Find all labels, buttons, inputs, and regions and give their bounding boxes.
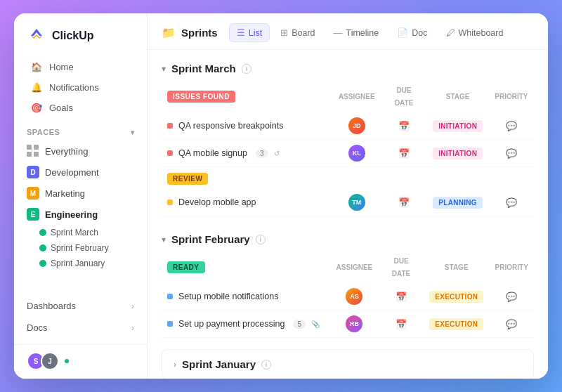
bell-icon: 🔔 (31, 82, 42, 93)
chevron-right-icon: › (131, 323, 134, 333)
sprint-dot-icon (39, 260, 46, 267)
sprint-february-header[interactable]: ▾ Sprint February i (162, 228, 534, 249)
sidebar-dashboards[interactable]: Dashboards › (14, 295, 147, 317)
task-dot (167, 123, 173, 129)
sidebar-item-development[interactable]: D Development (14, 162, 147, 183)
calendar-icon: 📅 (387, 148, 422, 159)
sidebar-sprint-january[interactable]: Sprint January (14, 256, 147, 271)
chevron-right-icon: › (131, 301, 134, 311)
sidebar-item-marketing[interactable]: M Marketing (14, 183, 147, 204)
sidebar: ClickUp 🏠 Home 🔔 Notifications 🎯 Goals S… (14, 13, 148, 379)
sprint-march-header[interactable]: ▾ Sprint March i (162, 57, 534, 79)
nav-goals[interactable]: 🎯 Goals (18, 98, 143, 118)
sprint-dot-icon (39, 229, 46, 236)
info-icon: i (242, 64, 251, 74)
table-row[interactable]: QA responsive breakpoints JD 📅 INITIATIO… (162, 112, 534, 140)
message-icon: 💬 (495, 292, 528, 302)
task-dot (167, 150, 173, 156)
tab-doc[interactable]: 📄 Doc (389, 23, 435, 42)
folder-icon: 📁 (162, 26, 176, 39)
table-row[interactable]: QA mobile signup 3 ↺ KL 📅 INITIATION (162, 140, 534, 167)
logo: ClickUp (14, 26, 147, 57)
group-row-review: REVIEW (162, 167, 534, 190)
home-icon: 🏠 (31, 62, 42, 72)
avatar-secondary: J (41, 352, 59, 370)
sidebar-docs[interactable]: Docs › (14, 317, 147, 339)
avatar: JD (348, 117, 365, 134)
engineering-badge: E (27, 208, 39, 221)
avatar: RB (346, 315, 362, 332)
count-badge: 5 (293, 320, 306, 329)
info-icon: i (256, 235, 266, 244)
ready-badge: READY (167, 261, 205, 273)
timeline-icon: — (334, 27, 343, 38)
marketing-badge: M (27, 187, 39, 200)
sprint-dot-icon (39, 244, 46, 251)
nav-home[interactable]: 🏠 Home (18, 57, 143, 77)
stage-badge: EXECUTION (429, 318, 483, 330)
sprint-march-section: ▾ Sprint March i ISSUES FOUND ASSIGNEE D… (162, 57, 534, 216)
tab-timeline[interactable]: — Timeline (326, 23, 387, 42)
calendar-icon: 📅 (387, 197, 422, 208)
avatar-stack: S J (27, 352, 59, 370)
content-area: ▾ Sprint March i ISSUES FOUND ASSIGNEE D… (148, 50, 548, 379)
avatar: KL (348, 145, 365, 162)
doc-icon: 📄 (397, 27, 408, 38)
user-section: S J (14, 344, 147, 370)
tab-list[interactable]: ☰ List (229, 23, 270, 42)
calendar-icon: 📅 (387, 121, 422, 131)
board-icon: ⊞ (280, 27, 288, 38)
stage-badge: INITIATION (433, 120, 483, 132)
sidebar-sprint-march[interactable]: Sprint March (14, 225, 147, 240)
task-dot (167, 321, 173, 327)
calendar-icon: 📅 (384, 292, 418, 302)
everything-icon (27, 145, 39, 157)
attachment-icon: 📎 (311, 320, 320, 328)
development-badge: D (27, 166, 39, 178)
calendar-icon: 📅 (384, 319, 418, 329)
task-dot (167, 200, 173, 205)
sprint-february-table: READY ASSIGNEE DUE DATE STAGE PRIORITY S… (162, 249, 534, 338)
stage-badge: EXECUTION (429, 291, 483, 303)
goals-icon: 🎯 (31, 103, 42, 113)
page-title: 📁 Sprints (162, 26, 218, 39)
group-row-issues: ISSUES FOUND ASSIGNEE DUE DATE STAGE PRI… (162, 79, 534, 112)
sidebar-bottom: Dashboards › Docs › S J (14, 295, 147, 370)
table-row[interactable]: Setup mobile notifications AS 📅 EXECUTIO… (162, 283, 534, 311)
message-icon: 💬 (495, 148, 528, 159)
collapse-icon: ▾ (162, 64, 166, 74)
whiteboard-icon: 🖊 (446, 27, 455, 38)
message-icon: 💬 (495, 121, 528, 131)
review-badge: REVIEW (167, 173, 208, 185)
online-indicator (65, 359, 69, 363)
count-badge: 3 (256, 149, 268, 158)
view-tabs: ☰ List ⊞ Board — Timeline 📄 Doc 🖊 Wh (229, 23, 511, 42)
info-icon: i (261, 360, 271, 370)
sidebar-item-everything[interactable]: Everything (14, 141, 147, 162)
issues-found-badge: ISSUES FOUND (167, 91, 235, 103)
sidebar-item-engineering[interactable]: E Engineering (14, 204, 147, 225)
tab-board[interactable]: ⊞ Board (273, 23, 322, 42)
logo-text: ClickUp (52, 30, 94, 42)
avatar: TM (348, 194, 365, 211)
sidebar-sprint-february[interactable]: Sprint February (14, 240, 147, 256)
message-icon: 💬 (495, 319, 528, 329)
table-row[interactable]: Develop mobile app TM 📅 PLANNING 💬 (162, 189, 534, 216)
link-icon: ↺ (274, 150, 280, 157)
collapse-icon: ▾ (162, 235, 166, 244)
nav-notifications[interactable]: 🔔 Notifications (18, 77, 143, 98)
group-row-ready: READY ASSIGNEE DUE DATE STAGE PRIORITY (162, 249, 534, 283)
sprint-march-table: ISSUES FOUND ASSIGNEE DUE DATE STAGE PRI… (162, 79, 534, 216)
topbar: 📁 Sprints ☰ List ⊞ Board — Timeline 📄 (148, 13, 548, 50)
list-icon: ☰ (237, 27, 245, 38)
expand-icon: › (174, 360, 176, 370)
task-dot (167, 294, 173, 299)
stage-badge: PLANNING (433, 197, 483, 209)
app-window: ClickUp 🏠 Home 🔔 Notifications 🎯 Goals S… (14, 13, 548, 379)
tab-whiteboard[interactable]: 🖊 Whiteboard (438, 23, 511, 42)
main-content: 📁 Sprints ☰ List ⊞ Board — Timeline 📄 (148, 13, 548, 379)
sprint-january-collapsed[interactable]: › Sprint January i (162, 349, 534, 379)
table-row[interactable]: Set up payment processing 5 📎 RB 📅 EXECU… (162, 311, 534, 338)
sprint-february-section: ▾ Sprint February i READY ASSIGNEE DUE D… (162, 228, 534, 338)
clickup-logo-icon (27, 26, 46, 46)
